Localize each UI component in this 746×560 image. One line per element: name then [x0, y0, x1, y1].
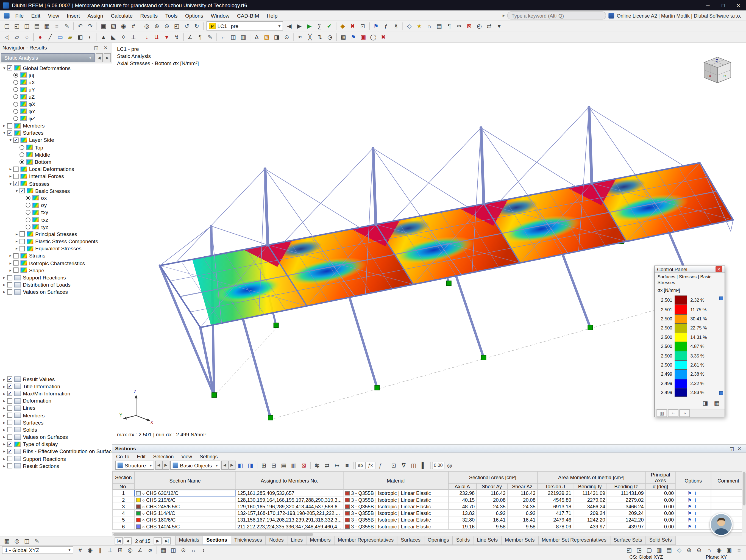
clipping-box-button[interactable]: ◫	[228, 32, 238, 41]
menu-tools[interactable]: Tools	[162, 10, 181, 21]
expand-closed-icon[interactable]: ▸	[1, 456, 7, 461]
delete-row-button[interactable]: ⊟	[269, 461, 279, 470]
checkbox[interactable]	[7, 413, 12, 418]
plane-selector-toggle[interactable]: ◫	[168, 545, 178, 555]
expand-closed-icon[interactable]: ▸	[1, 405, 7, 410]
expand-closed-icon[interactable]: ▸	[1, 420, 7, 425]
deflection-check-icon[interactable]: ⚑	[688, 497, 692, 502]
bending-iy-cell[interactable]: 2279.02	[573, 496, 607, 503]
background-grid-toggle[interactable]: ▦	[159, 545, 168, 555]
tree-item[interactable]: ▸✓Max/Min Information	[0, 390, 112, 397]
checkbox[interactable]	[13, 268, 19, 273]
bending-iz-cell[interactable]: 209.24	[607, 509, 645, 516]
column-header[interactable]: Sectional Areas [cm²]	[448, 472, 537, 483]
menu-insert[interactable]: Insert	[63, 10, 84, 21]
checkbox[interactable]: ✓	[13, 181, 19, 186]
chart-view-button[interactable]: ◨	[246, 461, 255, 470]
snap-toggle[interactable]: ◉	[85, 545, 95, 555]
previous-load-case-button[interactable]: ◀	[284, 22, 294, 30]
expand-closed-icon[interactable]: ▸	[1, 413, 7, 418]
messages-button[interactable]: ⚑	[371, 22, 381, 30]
delete-button[interactable]: ⊠	[464, 22, 474, 30]
tree-item[interactable]: ▸✓Title Information	[0, 383, 112, 390]
undo-button[interactable]: ↶	[75, 22, 85, 30]
status-zoom-out-button[interactable]: ⊖	[694, 545, 704, 555]
zoom-out-button[interactable]: ⊖	[162, 22, 172, 30]
axial-area-cell[interactable]: 48.70	[448, 503, 476, 509]
decimal-places-button[interactable]: 0.00	[432, 461, 445, 469]
smooth-results-button[interactable]: ≈	[295, 32, 305, 41]
close-views-button[interactable]: ✖	[378, 32, 388, 41]
table-tab-materials[interactable]: Materials	[175, 536, 203, 545]
cube-y-label[interactable]: +Y	[722, 74, 726, 78]
close-icon[interactable]: ✕	[716, 266, 722, 272]
expand-open-icon[interactable]: ▾	[8, 181, 13, 186]
center-object-button[interactable]: ⊙	[282, 32, 291, 41]
comment-cell[interactable]	[711, 503, 746, 509]
axial-area-cell[interactable]: 13.82	[448, 509, 476, 516]
column-header[interactable]: Bending Iy	[573, 483, 607, 489]
table-row[interactable]: 4○CHS 114/4/C132-157,168-170,172-193,198…	[113, 509, 746, 516]
expand-open-icon[interactable]: ▾	[14, 189, 20, 193]
line-hinge-button[interactable]: ⊥	[128, 32, 138, 41]
options-cell[interactable]: ⚑I	[676, 509, 711, 516]
legend-scroll-top-handle[interactable]	[719, 297, 723, 300]
grid-button[interactable]: #	[128, 22, 138, 30]
bending-iy-cell[interactable]: 1242.20	[573, 516, 607, 523]
load-case-selector[interactable]: P LC1 pre ▾	[206, 22, 283, 30]
expand-closed-icon[interactable]: ▸	[8, 261, 13, 265]
legend-scroll-bottom-handle[interactable]	[719, 391, 723, 395]
time-history-button[interactable]: ◷	[325, 32, 335, 41]
table-tab-members[interactable]: Members	[306, 536, 335, 545]
ortho-toggle[interactable]: ⊥	[105, 545, 115, 555]
open-model-button[interactable]: ◱	[12, 22, 22, 30]
radio-button[interactable]	[26, 224, 30, 229]
checkbox[interactable]	[7, 420, 12, 425]
calculation-parameters-button[interactable]: §	[391, 22, 401, 30]
shear-area-z-cell[interactable]: 9.58	[507, 523, 537, 530]
radio-button[interactable]	[26, 210, 30, 215]
favorites-button[interactable]: ★	[414, 22, 424, 30]
table-tab-solid-sets[interactable]: Solid Sets	[645, 536, 676, 545]
expand-closed-icon[interactable]: ▸	[1, 449, 7, 454]
line-button[interactable]: ╱	[45, 32, 55, 41]
column-header[interactable]: Shear Ay	[476, 483, 507, 489]
table-horizontal-scrollbar[interactable]	[112, 532, 742, 536]
alpha-cell[interactable]: 0.00	[645, 516, 676, 523]
material-cell[interactable]: 3 - Q355B | Isotropic | Linear Elastic	[343, 523, 448, 530]
shear-area-y-cell[interactable]: 9.58	[476, 523, 507, 530]
torsion-cell[interactable]: 6913.18	[537, 503, 573, 509]
members-cell[interactable]: 129,160,165,196,289,320,413,444,537,568,…	[236, 503, 343, 509]
view-xz-button[interactable]: ▥	[654, 545, 664, 555]
expand-closed-icon[interactable]: ▸	[1, 464, 7, 468]
cube-z-label[interactable]: Z	[716, 59, 718, 63]
close-panel-icon[interactable]: ✕	[736, 445, 743, 452]
material-cell[interactable]: 3 - Q355B | Isotropic | Linear Elastic	[343, 496, 448, 503]
radio-button[interactable]	[13, 80, 18, 85]
exchange-rows-button[interactable]: ↹	[312, 461, 322, 470]
result-tables-button[interactable]: ⊡	[357, 22, 368, 30]
table-row[interactable]: 6○CHS 140/4.5/C211,212,223,224,335,336,3…	[113, 523, 746, 530]
last-table-button[interactable]: ▶|	[163, 537, 171, 544]
pick-button[interactable]: ≡	[342, 461, 352, 470]
design-properties-icon[interactable]: I	[695, 517, 696, 522]
panel-tab-smoothing[interactable]: ≈	[668, 410, 679, 417]
navigation-cube[interactable]: Z +X +Y	[700, 54, 735, 88]
members-cell[interactable]: 132-157,168-170,172-193,198-205,221,222,…	[236, 509, 343, 516]
tree-item[interactable]: ▸Values on Surfaces	[0, 288, 112, 296]
previous-view-button[interactable]: ↺	[182, 22, 192, 30]
origin-toggle[interactable]: ⊙	[178, 545, 189, 555]
edit-color-scale-button[interactable]: ◨	[700, 398, 710, 408]
delete-results-button[interactable]: ✖	[348, 22, 357, 30]
menu-calculate[interactable]: Calculate	[107, 10, 137, 21]
add-row-button[interactable]: ⊞	[259, 461, 269, 470]
alpha-cell[interactable]: 0.00	[645, 523, 676, 530]
radio-button[interactable]	[13, 87, 18, 92]
expand-open-icon[interactable]: ▾	[1, 131, 7, 135]
table-group-selector[interactable]: Structure ▾	[115, 461, 154, 470]
dimension-button[interactable]: ∠	[185, 32, 195, 41]
history-button[interactable]: ◴	[474, 22, 484, 30]
axial-area-cell[interactable]: 40.15	[448, 496, 476, 503]
material-cell[interactable]: 3 - Q355B | Isotropic | Linear Elastic	[343, 509, 448, 516]
checkbox[interactable]: ✓	[7, 442, 12, 447]
